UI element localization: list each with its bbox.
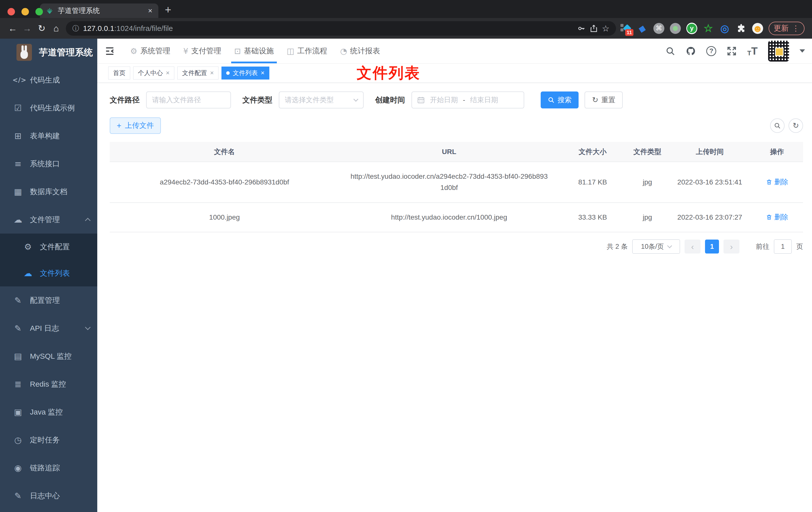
current-page-button[interactable]: 1 xyxy=(705,240,719,253)
extensions-area: 11 ◆ ⌘ y ☆ ◎ ☻ 更新 ⋮ xyxy=(620,22,807,35)
sidebar-item-code-generation[interactable]: </> 代码生成 xyxy=(0,66,97,94)
sidebar-item-java-monitor[interactable]: ▣ Java 监控 xyxy=(0,398,97,426)
sidebar-item-mysql-monitor[interactable]: ▤ MySQL 监控 xyxy=(0,342,97,370)
forward-button[interactable]: → xyxy=(20,23,34,34)
file-type-select[interactable]: 请选择文件类型 xyxy=(279,91,364,109)
close-icon[interactable]: × xyxy=(210,69,214,77)
share-icon[interactable] xyxy=(589,24,598,33)
address-bar[interactable]: ⓘ 127.0.0.1:1024/infra/file/file ☆ xyxy=(66,21,616,36)
tag-file-config[interactable]: 文件配置 × xyxy=(177,66,219,80)
date-start-placeholder[interactable]: 开始日期 xyxy=(430,95,458,105)
extension-eye-icon[interactable]: ◎ xyxy=(719,23,730,34)
minimize-window-button[interactable] xyxy=(22,8,29,16)
sidebar-item-trace[interactable]: ◉ 链路追踪 xyxy=(0,454,97,482)
goto-page-input[interactable] xyxy=(774,239,792,254)
search-button[interactable]: 搜索 xyxy=(541,91,579,109)
chevron-down-icon xyxy=(85,325,91,330)
github-icon[interactable] xyxy=(686,46,696,56)
avatar-caret-down-icon[interactable] xyxy=(800,49,805,53)
extension-star-icon[interactable]: ☆ xyxy=(703,23,714,34)
sidebar-item-file-list[interactable]: ☁ 文件列表 xyxy=(0,260,97,287)
browser-update-button[interactable]: 更新 ⋮ xyxy=(768,22,805,35)
home-button[interactable]: ⌂ xyxy=(49,23,63,34)
sidebar-item-file-config[interactable]: ⚙ 文件配置 xyxy=(0,234,97,260)
eye-icon: ◉ xyxy=(12,463,24,473)
cell-file-size: 81.17 KB xyxy=(559,162,626,203)
tab-close-icon[interactable]: × xyxy=(148,6,152,15)
nav-item-payment[interactable]: ¥ 支付管理 xyxy=(177,39,228,63)
new-tab-button[interactable]: + xyxy=(165,3,171,16)
site-info-icon[interactable]: ⓘ xyxy=(72,24,79,33)
sidebar-item-system-api[interactable]: ≡ 系统接口 xyxy=(0,150,97,178)
file-management-submenu: ⚙ 文件配置 ☁ 文件列表 xyxy=(0,234,97,287)
user-avatar-qr[interactable] xyxy=(768,41,789,62)
zoom-window-button[interactable] xyxy=(35,8,43,16)
profile-avatar[interactable]: ☻ xyxy=(752,23,763,34)
app-logo[interactable]: 芋道管理系统 xyxy=(0,39,97,66)
extension-command-icon[interactable]: ⌘ xyxy=(654,23,664,34)
next-page-button[interactable]: › xyxy=(723,240,740,253)
sidebar-item-scheduled-tasks[interactable]: ◷ 定时任务 xyxy=(0,426,97,454)
delete-button[interactable]: 删除 xyxy=(766,212,788,222)
tag-profile[interactable]: 个人中心 × xyxy=(133,66,174,80)
sidebar-item-code-gen-example[interactable]: ☑ 代码生成示例 xyxy=(0,94,97,122)
refresh-table-button[interactable]: ↻ xyxy=(788,118,803,133)
tag-home[interactable]: 首页 xyxy=(108,66,130,80)
refresh-icon: ↻ xyxy=(592,96,598,104)
close-window-button[interactable] xyxy=(7,8,15,16)
search-icon xyxy=(774,122,781,129)
reset-button[interactable]: ↻ 重置 xyxy=(585,91,623,109)
sidebar-item-config-management[interactable]: ✎ 配置管理 xyxy=(0,287,97,314)
search-icon xyxy=(548,96,555,103)
cloud-download-icon: ☁ xyxy=(12,215,24,224)
tag-file-list[interactable]: 文件列表 × xyxy=(222,66,269,80)
col-file-size: 文件大小 xyxy=(559,142,626,162)
extension-y-icon[interactable]: y xyxy=(686,23,697,34)
file-table: 文件名 URL 文件大小 文件类型 上传时间 操作 a294ecb2-73dd-… xyxy=(110,142,803,232)
nav-item-reports[interactable]: ◔ 统计报表 xyxy=(334,39,386,63)
browser-tab[interactable]: 芋道管理系统 × xyxy=(40,3,158,18)
help-icon[interactable]: ? xyxy=(706,46,716,56)
nav-item-workflow[interactable]: ◫ 工作流程 xyxy=(280,39,334,63)
nav-item-system[interactable]: ⚙ 系统管理 xyxy=(124,39,177,63)
hide-search-button[interactable] xyxy=(770,118,785,133)
browser-menu-icon[interactable]: ⋮ xyxy=(792,24,800,33)
password-key-icon[interactable] xyxy=(577,24,585,33)
bookmark-star-icon[interactable]: ☆ xyxy=(602,24,609,33)
code-icon: </> xyxy=(12,76,24,84)
file-type-label: 文件类型 xyxy=(242,95,272,105)
extensions-puzzle-icon[interactable] xyxy=(736,23,747,34)
close-icon[interactable]: × xyxy=(261,69,264,77)
extension-recorder-icon[interactable] xyxy=(670,23,681,34)
delete-button[interactable]: 删除 xyxy=(766,177,788,187)
prev-page-button[interactable]: ‹ xyxy=(685,240,700,253)
sidebar-item-log-center[interactable]: ✎ 日志中心 xyxy=(0,482,97,510)
goto-unit-label: 页 xyxy=(796,242,803,251)
sidebar-collapse-icon[interactable] xyxy=(104,46,115,57)
sidebar-item-api-log[interactable]: ✎ API 日志 xyxy=(0,314,97,342)
tab-strip: 芋道管理系统 × + xyxy=(0,0,812,18)
back-button[interactable]: ← xyxy=(5,23,20,34)
sidebar-item-db-doc[interactable]: ▦ 数据库文档 xyxy=(0,178,97,206)
page-content: 文件路径 文件类型 请选择文件类型 创建时间 xyxy=(97,83,812,512)
date-range-picker[interactable]: 开始日期 - 结束日期 xyxy=(411,91,524,109)
nav-item-infrastructure[interactable]: ⊡ 基础设施 xyxy=(228,39,280,63)
sidebar-item-form-builder[interactable]: ⊞ 表单构建 xyxy=(0,122,97,150)
date-end-placeholder[interactable]: 结束日期 xyxy=(470,95,498,105)
fullscreen-icon[interactable] xyxy=(727,46,737,56)
page-size-select[interactable]: 10条/页 xyxy=(632,239,680,254)
goto-label: 前往 xyxy=(756,242,770,251)
file-path-input[interactable] xyxy=(146,91,231,109)
search-icon[interactable] xyxy=(665,46,675,56)
upload-file-button[interactable]: + 上传文件 xyxy=(110,117,161,134)
font-size-icon[interactable]: TT xyxy=(747,45,758,57)
cell-file-name: a294ecb2-73dd-4353-bf40-296b8931d0bf xyxy=(110,162,339,203)
extension-kite-icon[interactable]: ◆ xyxy=(636,22,649,35)
sidebar-item-redis-monitor[interactable]: ≣ Redis 监控 xyxy=(0,370,97,398)
table-toolbar: + 上传文件 ↻ xyxy=(110,117,803,134)
cell-upload-time: 2022-03-16 23:51:41 xyxy=(669,162,751,203)
close-icon[interactable]: × xyxy=(166,69,170,77)
extension-tabs-icon[interactable]: 11 xyxy=(620,23,632,34)
reload-button[interactable]: ↻ xyxy=(34,23,49,34)
sidebar-item-file-management[interactable]: ☁ 文件管理 xyxy=(0,206,97,234)
